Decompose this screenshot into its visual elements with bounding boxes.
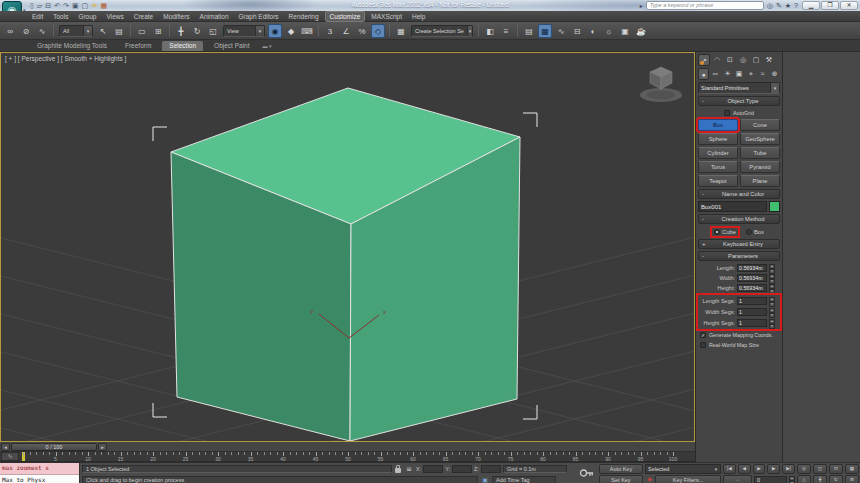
current-frame-field[interactable]: 0 (754, 476, 787, 483)
percent-snap-icon[interactable]: % (355, 24, 369, 38)
generate-mapping-checkbox[interactable] (700, 332, 706, 338)
width-segs-spinner[interactable]: ▴▾ (769, 308, 775, 316)
modify-tab[interactable]: ◠ (711, 54, 723, 66)
x-coordinate-field[interactable] (423, 465, 443, 473)
application-menu-caret-icon[interactable]: ▾ (23, 7, 26, 11)
next-frame-button[interactable]: ▶ (767, 464, 780, 474)
time-slider-next-arrow[interactable]: ▸ (98, 443, 107, 451)
display-tab[interactable]: ▢ (750, 54, 762, 66)
time-slider-track[interactable]: ◂ 0 / 100 ▸ (0, 442, 695, 452)
menu-item-modifiers[interactable]: Modifiers (159, 12, 193, 21)
angle-snap-icon[interactable]: ∠ (339, 24, 353, 38)
workspace-icon[interactable]: ▢ (82, 1, 89, 10)
helpers-tab[interactable]: ⌖ (746, 68, 757, 80)
window-crossing-icon[interactable]: ⊞ (151, 24, 165, 38)
graphite-ribbon-toggle-icon[interactable]: ▦ (538, 24, 552, 38)
bind-to-space-warp-icon[interactable]: ∿ (35, 24, 49, 38)
snaps-toggle-icon[interactable]: 3 (323, 24, 337, 38)
object-type-torus-button[interactable]: Torus (698, 161, 738, 173)
auto-key-button[interactable]: Auto Key (599, 464, 643, 474)
track-ruler[interactable]: 5101520253035404550556065707580859095100 (19, 452, 695, 461)
creation-method-rollout-header[interactable]: - Creation Method (698, 214, 780, 224)
layer-manager-icon[interactable]: ▤ (522, 24, 536, 38)
name-and-color-rollout-header[interactable]: - Name and Color (698, 189, 780, 199)
animation-selection-set-dropdown[interactable]: Selected ▾ (645, 464, 721, 474)
space-warps-tab[interactable]: ≈ (757, 68, 768, 80)
macro-recorder-line[interactable]: max zoomext s (0, 463, 79, 475)
parameters-rollout-header[interactable]: - Parameters (698, 251, 780, 261)
redraw-all-views-icon[interactable]: ▦ (100, 1, 107, 10)
search-history-icon[interactable]: ▸ (640, 2, 643, 9)
height-field[interactable]: 0.56934m (737, 284, 767, 292)
spinner-down-icon[interactable]: ▾ (769, 324, 775, 329)
viewcube[interactable] (640, 67, 682, 102)
width-field[interactable]: 0.56934m (737, 274, 767, 282)
undo-icon[interactable]: ↶ (54, 1, 60, 10)
z-coordinate-field[interactable] (481, 465, 501, 473)
frame-spinner[interactable]: ▴▾ (789, 476, 795, 483)
ribbon-tab-graphite-modeling-tools[interactable]: Graphite Modeling Tools (30, 41, 114, 51)
help-icon[interactable]: ? (794, 2, 798, 10)
selection-lock-toggle[interactable] (394, 465, 402, 474)
object-type-tube-button[interactable]: Tube (740, 147, 780, 159)
object-type-sphere-button[interactable]: Sphere (698, 133, 738, 145)
systems-tab[interactable]: ⊛ (769, 68, 780, 80)
keyboard-entry-rollout-header[interactable]: + Keyboard Entry (698, 239, 780, 249)
absolute-offset-toggle-icon[interactable]: ⊞ (404, 465, 414, 474)
height-segs-field[interactable]: 1 (737, 319, 767, 327)
time-slider-handle[interactable]: 0 / 100 (11, 443, 97, 451)
align-icon[interactable]: ≡ (499, 24, 513, 38)
lightbulb-icon[interactable]: ☀ (91, 1, 97, 10)
height-segs-spinner[interactable]: ▴▾ (769, 319, 775, 327)
length-spinner[interactable]: ▴▾ (769, 264, 775, 272)
object-type-box-button[interactable]: Box (698, 119, 738, 131)
lights-tab[interactable]: ☀ (722, 68, 733, 80)
length-field[interactable]: 0.56934m (737, 264, 767, 272)
zoom-all-icon[interactable]: ◫ (813, 464, 827, 474)
zoom-region-icon[interactable]: ▦ (845, 464, 859, 474)
rendered-frame-window-icon[interactable]: ▣ (618, 24, 632, 38)
redo-icon[interactable]: ↷ (63, 1, 69, 10)
length-segs-field[interactable]: 1 (737, 297, 767, 305)
motion-tab[interactable]: ◎ (737, 54, 749, 66)
restore-button[interactable]: ❐ (821, 1, 839, 10)
schematic-view-icon[interactable]: ⊟ (570, 24, 584, 38)
key-mode-toggle-button[interactable]: ↔ (723, 475, 752, 483)
rectangular-selection-region-icon[interactable]: ▭ (135, 24, 149, 38)
pan-view-icon[interactable]: ╋ (813, 475, 827, 483)
save-file-icon[interactable]: ⊟ (45, 1, 51, 10)
menu-item-tools[interactable]: Tools (49, 12, 72, 21)
menu-item-edit[interactable]: Edit (28, 12, 47, 21)
application-menu-button[interactable]: ◉ (2, 1, 22, 11)
maximize-viewport-icon[interactable]: ⊞ (845, 475, 859, 483)
zoom-icon[interactable]: ◎ (797, 464, 811, 474)
create-tab[interactable]: ↗ (698, 54, 710, 66)
geometry-tab[interactable]: ● (698, 68, 709, 80)
close-button[interactable]: ✕ (840, 1, 858, 10)
box-creation-radio[interactable]: Box (744, 228, 766, 236)
project-folder-icon[interactable]: ▣ (72, 1, 79, 10)
time-slider-prev-arrow[interactable]: ◂ (1, 443, 10, 451)
select-and-move-icon[interactable]: ╋ (174, 24, 188, 38)
ribbon-tab-freeform[interactable]: Freeform (118, 41, 158, 51)
favorites-star-icon[interactable]: ★ (785, 2, 791, 10)
ribbon-tab-object-paint[interactable]: Object Paint (207, 41, 256, 51)
box-object[interactable] (171, 88, 520, 441)
length-segs-spinner[interactable]: ▴▾ (769, 297, 775, 305)
previous-frame-button[interactable]: ◀ (738, 464, 751, 474)
menu-item-views[interactable]: Views (102, 12, 127, 21)
go-to-start-button[interactable]: |◀ (723, 464, 736, 474)
ribbon-tab-selection[interactable]: Selection (162, 41, 203, 51)
render-production-icon[interactable]: ☕ (634, 24, 648, 38)
cube-radio-circle[interactable] (714, 229, 720, 235)
object-type-rollout-header[interactable]: - Object Type (698, 96, 780, 106)
viewport-label[interactable]: [ + ] [ Perspective ] [ Smooth + Highlig… (5, 55, 126, 62)
set-key-button[interactable]: Set Key (599, 475, 643, 483)
object-type-cylinder-button[interactable]: Cylinder (698, 147, 738, 159)
object-type-plane-button[interactable]: Plane (740, 175, 780, 187)
new-scene-icon[interactable]: ▯ (30, 1, 34, 10)
cube-creation-radio[interactable]: Cube (712, 228, 738, 236)
select-and-manipulate-icon[interactable]: ◆ (284, 24, 298, 38)
perspective-viewport[interactable]: y x [ + ] [ Perspective ] [ Smooth + Hig… (0, 52, 695, 442)
cameras-tab[interactable]: ▣ (734, 68, 745, 80)
